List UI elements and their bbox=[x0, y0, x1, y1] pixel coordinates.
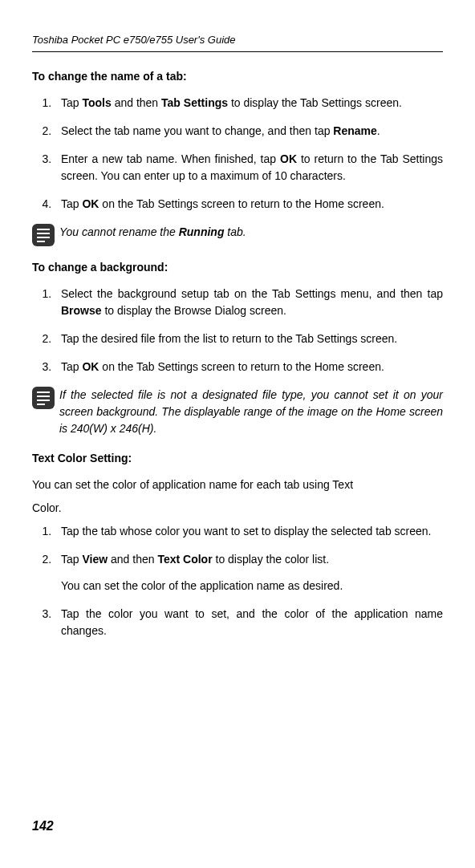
list-item: Tap Tools and then Tab Settings to displ… bbox=[55, 95, 443, 112]
page-number: 142 bbox=[32, 817, 54, 836]
heading-tab-rename: To change the name of a tab: bbox=[32, 68, 443, 85]
paragraph: You can set the color of application nam… bbox=[32, 477, 443, 493]
note-text: If the selected file is not a designated… bbox=[59, 387, 443, 437]
list-item: Tap OK on the Tab Settings screen to ret… bbox=[55, 359, 443, 375]
list-item: Enter a new tab name. When finished, tap… bbox=[55, 151, 443, 185]
list-item-text: Tap View and then Text Color to display … bbox=[61, 553, 329, 566]
svg-rect-0 bbox=[32, 224, 55, 246]
tab-rename-steps: Tap Tools and then Tab Settings to displ… bbox=[32, 95, 443, 213]
heading-text-color: Text Color Setting: bbox=[32, 450, 443, 467]
note-block: If the selected file is not a designated… bbox=[32, 387, 443, 437]
list-item: Tap the desired file from the list to re… bbox=[55, 331, 443, 347]
list-item: Tap the color you want to set, and the c… bbox=[55, 606, 443, 639]
svg-rect-1 bbox=[32, 387, 55, 409]
note-text: You cannot rename the Running tab. bbox=[59, 224, 443, 241]
list-item: Select the background setup tab on the T… bbox=[55, 286, 443, 319]
heading-background: To change a background: bbox=[32, 259, 443, 276]
paragraph: Color. bbox=[32, 500, 443, 517]
text-color-steps: Tap the tab whose color you want to set … bbox=[32, 523, 443, 639]
running-header: Toshiba Pocket PC e750/e755 User's Guide bbox=[32, 32, 443, 48]
list-item: Select the tab name you want to change, … bbox=[55, 123, 443, 140]
list-item: Tap View and then Text Color to display … bbox=[55, 551, 443, 594]
list-item: Tap OK on the Tab Settings screen to ret… bbox=[55, 196, 443, 213]
note-icon bbox=[32, 387, 55, 409]
note-icon bbox=[32, 224, 55, 246]
list-item: Tap the tab whose color you want to set … bbox=[55, 523, 443, 540]
background-steps: Select the background setup tab on the T… bbox=[32, 286, 443, 375]
paragraph: You can set the color of the application… bbox=[61, 578, 443, 594]
header-rule bbox=[32, 51, 443, 52]
note-block: You cannot rename the Running tab. bbox=[32, 224, 443, 246]
